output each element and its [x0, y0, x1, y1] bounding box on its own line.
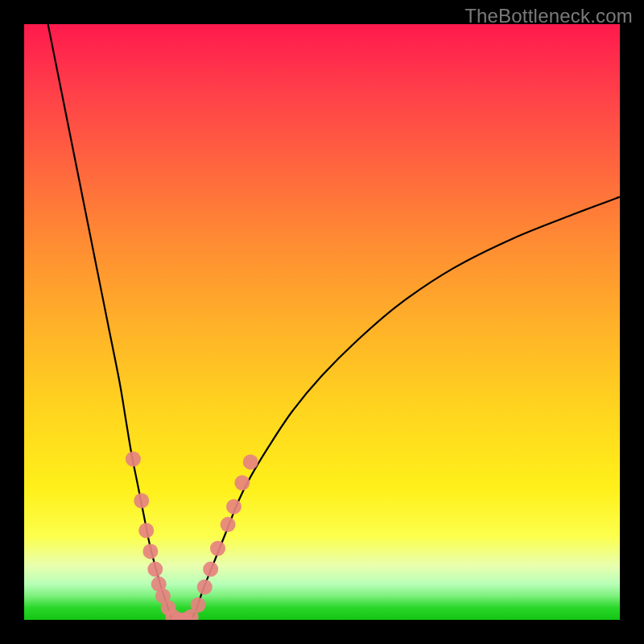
right-branch-curve	[191, 197, 620, 620]
sample-marker	[234, 475, 250, 490]
outer-frame: TheBottleneck.com	[0, 0, 644, 644]
sample-marker	[134, 493, 149, 509]
sample-marker	[191, 597, 206, 613]
sample-marker	[142, 543, 158, 559]
sample-marker	[210, 541, 225, 556]
sample-markers	[126, 452, 258, 620]
sample-marker	[226, 499, 242, 514]
sample-marker	[221, 517, 236, 532]
sample-marker	[197, 580, 213, 595]
left-branch-curve	[48, 24, 173, 620]
curve-layer	[24, 24, 620, 620]
plot-area	[24, 24, 620, 620]
sample-marker	[138, 523, 154, 539]
sample-marker	[243, 454, 258, 469]
sample-marker	[126, 452, 141, 467]
sample-marker	[147, 562, 163, 577]
sample-marker	[203, 562, 218, 577]
